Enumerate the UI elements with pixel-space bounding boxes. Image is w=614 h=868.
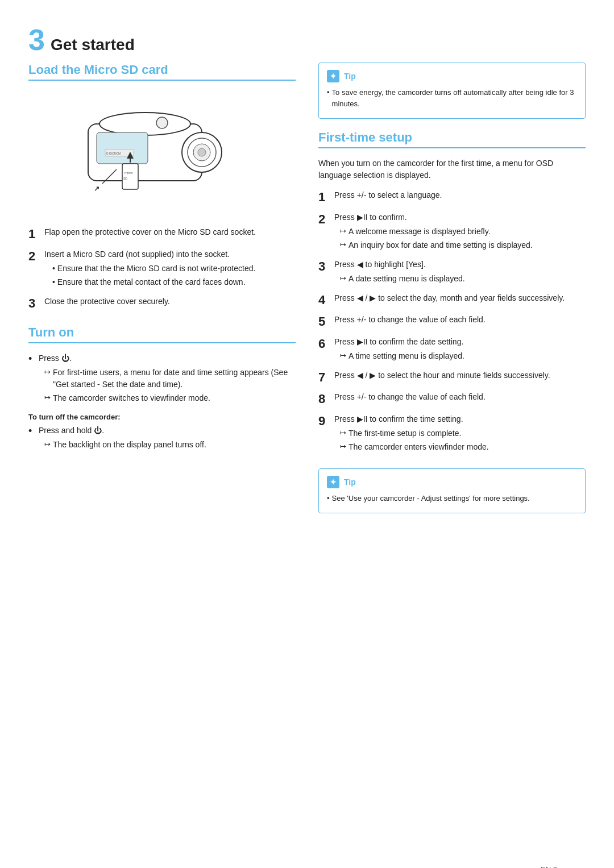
- tip-icon-2: ✦: [327, 476, 339, 488]
- section-load-sd-heading: Load the Micro SD card: [28, 63, 296, 81]
- svg-text:↗: ↗: [94, 185, 99, 193]
- step-2-arrow-1: A welcome message is displayed briefly.: [334, 226, 586, 238]
- camcorder-diagram: D DICROM micro SD: [28, 90, 296, 215]
- svg-text:SD: SD: [123, 177, 127, 180]
- step-3-arrow-1: A date setting menu is displayed.: [334, 273, 586, 285]
- first-time-step-3: 3 Press ◀ to highlight [Yes]. A date set…: [318, 259, 586, 286]
- turn-on-bullets: • Press ⏻. For first-time users, a menu …: [28, 352, 296, 406]
- svg-text:micro: micro: [125, 171, 133, 175]
- svg-rect-6: [97, 132, 148, 164]
- chapter-heading: 3Get started: [28, 23, 586, 57]
- tip-content-2: See 'Use your camcorder - Adjust setting…: [327, 493, 577, 504]
- step-2-arrows: A welcome message is displayed briefly. …: [334, 226, 586, 251]
- tip-label-2: Tip: [344, 477, 356, 487]
- svg-point-7: [156, 117, 168, 128]
- first-time-step-1: 1 Press +/- to select a language.: [318, 189, 586, 206]
- section-first-time-heading: First-time setup: [318, 130, 586, 148]
- first-time-intro: When you turn on the camcorder for the f…: [318, 157, 586, 181]
- turn-on-arrow-1: For first-time users, a menu for date an…: [39, 367, 296, 391]
- first-time-step-7: 7 Press ◀ / ▶ to select the hour and min…: [318, 369, 586, 386]
- load-sd-step-1: 1 Flap open the protective cover on the …: [28, 226, 296, 243]
- chapter-number: 3: [28, 23, 45, 56]
- svg-point-5: [198, 148, 206, 156]
- svg-text:D DICROM: D DICROM: [106, 152, 121, 155]
- turn-off-bullets: • Press and hold ⏻. The backlight on the…: [28, 425, 296, 452]
- turn-off-arrows: The backlight on the display panel turns…: [39, 439, 206, 451]
- first-time-step-2: 2 Press ▶II to confirm. A welcome messag…: [318, 211, 586, 253]
- chapter-title: Get started: [51, 36, 135, 53]
- first-time-step-5: 5 Press +/- to change the value of each …: [318, 314, 586, 330]
- turn-on-arrow-2: The camcorder switches to viewfinder mod…: [39, 392, 296, 404]
- tip-1-item: To save energy, the camcorder turns off …: [327, 87, 577, 109]
- turn-off-press-bullet: • Press and hold ⏻. The backlight on the…: [28, 425, 296, 452]
- step-6-arrows: A time setting menu is displayed.: [334, 350, 586, 362]
- first-time-step-9: 9 Press ▶II to confirm the time setting.…: [318, 413, 586, 455]
- turn-on-press-bullet: • Press ⏻. For first-time users, a menu …: [28, 352, 296, 406]
- load-sd-step-2: 2 Insert a Micro SD card (not supplied) …: [28, 248, 296, 290]
- first-time-step-6: 6 Press ▶II to confirm the date setting.…: [318, 336, 586, 364]
- bullet-metal-contact: Ensure that the metal contact of the car…: [44, 276, 296, 288]
- step-6-arrow-1: A time setting menu is displayed.: [334, 350, 586, 362]
- tip-2-item: See 'Use your camcorder - Adjust setting…: [327, 493, 577, 504]
- load-sd-steps: 1 Flap open the protective cover on the …: [28, 226, 296, 312]
- tip-box-1: ✦ Tip To save energy, the camcorder turn…: [318, 63, 586, 119]
- step-9-arrows: The first-time setup is complete. The ca…: [334, 427, 586, 453]
- tip-content-1: To save energy, the camcorder turns off …: [327, 87, 577, 109]
- section-turn-on-heading: Turn on: [28, 325, 296, 343]
- turn-off-arrow-1: The backlight on the display panel turns…: [39, 439, 206, 451]
- step-9-arrow-2: The camcorder enters viewfinder mode.: [334, 441, 586, 453]
- load-sd-step-3: 3 Close the protective cover securely.: [28, 296, 296, 312]
- step-9-arrow-1: The first-time setup is complete.: [334, 427, 586, 439]
- page-number: EN 9: [541, 865, 557, 868]
- load-sd-step-2-bullets: Ensure that the the Micro SD card is not…: [44, 263, 296, 288]
- turn-on-arrows: For first-time users, a menu for date an…: [39, 367, 296, 404]
- tip-label-1: Tip: [344, 72, 356, 81]
- turn-off-label: To turn off the camcorder:: [28, 413, 296, 421]
- first-time-step-4: 4 Press ◀ / ▶ to select the day, month a…: [318, 292, 586, 309]
- first-time-steps: 1 Press +/- to select a language. 2 Pres…: [318, 189, 586, 455]
- first-time-step-8: 8 Press +/- to change the value of each …: [318, 391, 586, 408]
- svg-point-1: [99, 113, 190, 135]
- step-2-arrow-2: An inquiry box for date and time setting…: [334, 239, 586, 251]
- tip-icon-1: ✦: [327, 70, 339, 82]
- bullet-write-protected: Ensure that the the Micro SD card is not…: [44, 263, 296, 275]
- step-3-arrows: A date setting menu is displayed.: [334, 273, 586, 285]
- tip-box-2: ✦ Tip See 'Use your camcorder - Adjust s…: [318, 468, 586, 514]
